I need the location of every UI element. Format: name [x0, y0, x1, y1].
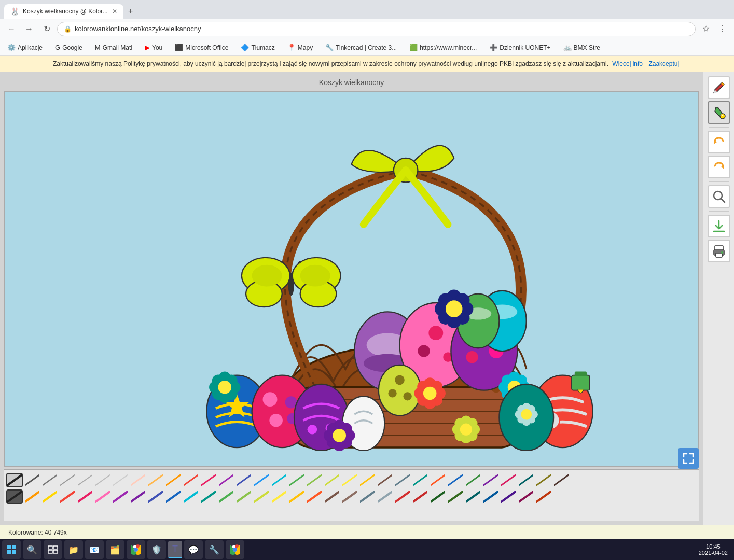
brush-item[interactable] [306, 489, 323, 504]
file-explorer-button[interactable]: 📁 [64, 540, 83, 559]
brush-item[interactable] [430, 473, 446, 487]
bookmark-mapy[interactable]: 📍 Mapy [284, 43, 316, 52]
brush-item[interactable] [236, 489, 252, 504]
brush-item[interactable] [112, 473, 129, 487]
brush-item[interactable] [271, 489, 287, 504]
brush-item[interactable] [200, 489, 217, 504]
brush-item[interactable] [183, 489, 199, 504]
tab-close-button[interactable]: ✕ [112, 8, 117, 15]
bookmark-tinkercad[interactable]: 🔧 Tinkercad | Create 3... [322, 43, 400, 52]
brush-item[interactable] [147, 489, 164, 504]
brush-item[interactable] [324, 489, 340, 504]
brush-item[interactable] [218, 473, 234, 487]
zoom-button[interactable] [708, 185, 730, 208]
bookmark-bmx[interactable]: 🚲 BMX Stre [560, 43, 603, 52]
fill-tool-button[interactable] [708, 101, 730, 124]
forward-button[interactable]: → [22, 22, 36, 36]
brush-item[interactable] [94, 489, 111, 504]
reload-button[interactable]: ↻ [39, 22, 54, 36]
search-button[interactable]: 🔍 [23, 540, 41, 559]
drawing-area[interactable] [4, 91, 699, 467]
undo-button[interactable] [708, 131, 730, 153]
more-info-link[interactable]: Więcej info [612, 60, 643, 67]
brush-item[interactable] [430, 489, 446, 504]
files-button[interactable]: 🗂️ [106, 540, 124, 559]
brush-item[interactable] [94, 473, 111, 487]
brush-item[interactable] [130, 473, 146, 487]
teams-button[interactable]: T [168, 541, 182, 558]
brush-item[interactable] [183, 473, 199, 487]
brush-item[interactable] [482, 473, 499, 487]
brush-item[interactable] [41, 489, 58, 504]
app-button[interactable]: 🔧 [205, 540, 224, 559]
brush-item[interactable] [377, 489, 393, 504]
new-tab-button[interactable]: + [123, 4, 138, 19]
brush-item[interactable] [465, 489, 481, 504]
brush-item[interactable] [288, 489, 305, 504]
brush-dark-selected[interactable] [6, 489, 23, 504]
brush-item[interactable] [412, 473, 428, 487]
pencil-tool-button[interactable] [708, 76, 730, 99]
brush-item[interactable] [59, 473, 76, 487]
discord-button[interactable]: 💬 [184, 540, 203, 559]
brush-item[interactable] [377, 473, 393, 487]
brush-item[interactable] [41, 473, 58, 487]
brush-item[interactable] [24, 473, 40, 487]
brush-item[interactable] [200, 473, 217, 487]
bookmark-gmail[interactable]: M Gmail Mati [92, 43, 135, 52]
menu-button[interactable]: ⋮ [715, 22, 730, 36]
brush-item[interactable] [518, 473, 534, 487]
download-button[interactable] [708, 215, 730, 237]
brush-item[interactable] [59, 489, 76, 504]
brush-item[interactable] [306, 473, 323, 487]
brush-item[interactable] [553, 473, 570, 487]
brush-item[interactable] [359, 489, 376, 504]
brush-item[interactable] [535, 473, 552, 487]
brush-item[interactable] [447, 489, 464, 504]
brush-item[interactable] [288, 473, 305, 487]
brush-item[interactable] [236, 473, 252, 487]
brush-item[interactable] [130, 489, 146, 504]
brush-item[interactable] [77, 473, 93, 487]
bookmark-dziennik[interactable]: ➕ Dziennik UONET+ [486, 43, 553, 52]
bookmark-tlumacz[interactable]: 🔷 Tłumacz [238, 43, 278, 52]
mail-button[interactable]: 📧 [85, 540, 104, 559]
brush-item[interactable] [341, 473, 358, 487]
brush-item[interactable] [500, 473, 517, 487]
bookmark-google[interactable]: G Google [52, 43, 86, 52]
brush-item[interactable] [147, 473, 164, 487]
bookmark-button[interactable]: ☆ [699, 22, 713, 36]
brush-item[interactable] [165, 489, 182, 504]
address-bar[interactable]: 🔒 kolorowankionline.net/koszyk-wielkanoc… [57, 22, 696, 36]
brush-item[interactable] [394, 489, 411, 504]
task-view-button[interactable] [44, 540, 62, 559]
brush-item[interactable] [218, 489, 234, 504]
brush-item[interactable] [465, 473, 481, 487]
chrome-button[interactable] [127, 540, 145, 559]
brush-item[interactable] [77, 489, 93, 504]
chrome2-button[interactable] [226, 540, 244, 559]
brush-item[interactable] [165, 473, 182, 487]
active-tab[interactable]: 🐰 Koszyk wielkanocny @ Kolor... ✕ [4, 4, 123, 19]
brush-item[interactable] [253, 473, 270, 487]
brush-item-selected[interactable] [6, 473, 23, 487]
bookmark-office[interactable]: ⬛ Microsoft Office [172, 43, 231, 52]
brush-item[interactable] [518, 489, 534, 504]
start-button[interactable] [2, 540, 21, 559]
brush-item[interactable] [394, 473, 411, 487]
redo-button[interactable] [708, 156, 730, 178]
brush-item[interactable] [253, 489, 270, 504]
bookmark-youtube[interactable]: ▶ You [142, 43, 165, 52]
print-button[interactable] [708, 240, 730, 262]
bookmark-aplikacje[interactable]: ⚙️ Aplikacje [4, 43, 46, 52]
brush-item[interactable] [412, 489, 428, 504]
brush-item[interactable] [482, 489, 499, 504]
brush-item[interactable] [24, 489, 40, 504]
bookmark-minecraft[interactable]: 🟩 https://www.minecr... [406, 43, 480, 52]
brush-item[interactable] [112, 489, 129, 504]
brush-item[interactable] [341, 489, 358, 504]
accept-link[interactable]: Zaakceptuj [648, 60, 679, 67]
back-button[interactable]: ← [4, 22, 19, 36]
brush-item[interactable] [447, 473, 464, 487]
brush-item[interactable] [271, 473, 287, 487]
